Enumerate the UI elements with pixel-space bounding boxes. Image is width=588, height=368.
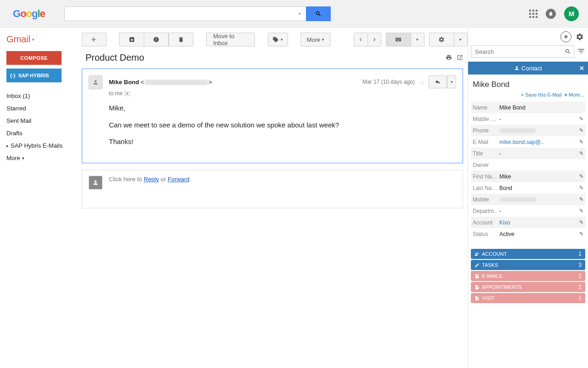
reply-dropdown[interactable]: ▾ xyxy=(447,75,456,88)
filter-icon[interactable] xyxy=(577,47,585,57)
field-value xyxy=(499,127,579,134)
contact-header: Contact ✕ xyxy=(468,62,588,75)
contact-panel: + Contact ✕ Mike Bond + Save this E-Mail… xyxy=(468,28,588,368)
contact-field-row: StatusActive✎ xyxy=(471,228,585,240)
sidebar-item[interactable]: Starred xyxy=(6,102,77,115)
field-label: Phone xyxy=(473,127,499,134)
search-bar: ▾ xyxy=(64,6,331,21)
back-button[interactable] xyxy=(82,33,107,46)
panel-settings-icon[interactable] xyxy=(574,31,585,42)
contact-field-row: Mobile✎ xyxy=(471,194,585,205)
email-message: Mike Bond <> Mar 17 (10 days ago) ☆ ▾ to… xyxy=(82,69,463,163)
notifications-icon[interactable] xyxy=(546,9,556,19)
edit-icon[interactable]: ✎ xyxy=(579,116,583,122)
field-value[interactable]: Kixo xyxy=(499,219,579,226)
reply-box[interactable]: Click here to Reply or Forward xyxy=(82,170,463,208)
edit-icon[interactable]: ✎ xyxy=(579,173,583,179)
sidebar-item[interactable]: ▸ SAP Hybris E-Mails xyxy=(6,139,77,152)
contact-field-row: Phone✎ xyxy=(471,125,585,136)
reply-button[interactable] xyxy=(429,75,447,88)
field-value xyxy=(499,196,579,203)
field-value: Bond xyxy=(499,185,579,191)
related-item[interactable]: TASKS3 xyxy=(471,260,585,270)
sidebar-item[interactable]: Inbox (1) xyxy=(6,90,77,102)
save-email-link[interactable]: + Save this E-Mail xyxy=(521,92,562,98)
keyboard-button[interactable] xyxy=(386,33,411,46)
field-value: Active xyxy=(499,231,579,237)
field-label: Account xyxy=(473,219,499,226)
panel-search-icon[interactable] xyxy=(562,46,574,58)
gmail-dropdown[interactable]: Gmail ▾ xyxy=(6,34,77,45)
field-value: - xyxy=(499,208,579,214)
field-label: Status xyxy=(473,231,499,237)
google-logo[interactable]: Google xyxy=(13,8,45,20)
popout-icon[interactable] xyxy=(457,52,463,63)
compose-button[interactable]: COMPOSE xyxy=(6,51,62,65)
reply-link[interactable]: Reply xyxy=(144,176,159,183)
newer-button[interactable] xyxy=(354,33,368,46)
close-icon[interactable]: ✕ xyxy=(579,65,584,72)
details-dropdown[interactable]: ▾ xyxy=(124,91,130,96)
edit-icon[interactable]: ✎ xyxy=(579,219,583,225)
settings-dropdown[interactable]: ▾ xyxy=(454,33,468,46)
field-label: Last Na… xyxy=(473,185,499,191)
contact-field-row: Title-✎ xyxy=(471,148,585,159)
sidebar-item[interactable]: Drafts xyxy=(6,127,77,139)
star-icon[interactable]: ☆ xyxy=(418,78,425,86)
contact-field-row: AccountKixo✎ xyxy=(471,217,585,228)
related-item[interactable]: E-MAILS2 xyxy=(471,271,585,281)
edit-icon[interactable]: ✎ xyxy=(579,127,583,133)
search-input[interactable] xyxy=(64,6,294,21)
gmail-label: Gmail xyxy=(6,34,30,45)
related-item[interactable]: ACCOUNT1 xyxy=(471,249,585,259)
settings-button[interactable] xyxy=(429,33,454,46)
to-line: to me xyxy=(109,90,123,97)
edit-icon[interactable]: ✎ xyxy=(579,150,583,156)
more-link[interactable]: ▾ More... xyxy=(565,92,584,98)
user-avatar[interactable]: M xyxy=(564,6,579,21)
related-item[interactable]: VISIT1 xyxy=(471,293,585,303)
field-value[interactable]: mike.bond.sap@.. xyxy=(499,139,579,145)
label-button[interactable]: ▾ xyxy=(268,33,288,46)
related-item[interactable]: APPOINTMENTS2 xyxy=(471,282,585,292)
email-body: Mike, Can we meet to see a demo of the n… xyxy=(109,103,456,147)
edit-icon[interactable]: ✎ xyxy=(579,185,583,191)
field-label: E-Mail xyxy=(473,139,499,145)
mail-toolbar: Move to Inbox ▾ More ▾ ▾ ▾ xyxy=(82,28,468,52)
search-options-dropdown[interactable]: ▾ xyxy=(294,6,306,21)
email-date: Mar 17 (10 days ago) xyxy=(362,79,415,85)
email-subject: Product Demo xyxy=(85,52,144,63)
print-icon[interactable] xyxy=(446,52,452,63)
field-value: - xyxy=(499,150,579,157)
reply-placeholder: Click here to Reply or Forward xyxy=(109,176,190,190)
archive-button[interactable] xyxy=(119,33,144,46)
edit-icon[interactable]: ✎ xyxy=(579,196,583,202)
forward-link[interactable]: Forward xyxy=(168,176,190,183)
left-sidebar: Gmail ▾ COMPOSE {·} SAP HYBRIS Inbox (1)… xyxy=(0,28,82,368)
user-reply-avatar xyxy=(89,176,102,190)
keyboard-dropdown[interactable]: ▾ xyxy=(411,33,424,46)
delete-button[interactable] xyxy=(169,33,193,46)
edit-icon[interactable]: ✎ xyxy=(579,208,583,214)
field-value: - xyxy=(499,116,579,122)
contact-field-row: Owner xyxy=(471,159,585,171)
field-label: Owner xyxy=(473,162,499,168)
edit-icon[interactable]: ✎ xyxy=(579,139,583,145)
spam-button[interactable] xyxy=(144,33,169,46)
field-value: Mike Bond xyxy=(499,104,583,111)
add-button[interactable]: + xyxy=(560,31,571,42)
older-button[interactable] xyxy=(368,33,381,46)
apps-icon[interactable] xyxy=(529,10,537,18)
sidebar-item[interactable]: Sent Mail xyxy=(6,115,77,127)
hybris-icon: {·} xyxy=(10,73,16,78)
sap-hybris-button[interactable]: {·} SAP HYBRIS xyxy=(6,69,62,82)
move-to-inbox-button[interactable]: Move to Inbox xyxy=(206,33,255,46)
sidebar-item[interactable]: More ▾ xyxy=(6,152,77,164)
more-button[interactable]: More ▾ xyxy=(300,33,331,46)
field-label: Name xyxy=(473,104,499,111)
contact-field-row: First Na…Mike✎ xyxy=(471,171,585,182)
panel-search-input[interactable] xyxy=(471,46,562,58)
edit-icon[interactable]: ✎ xyxy=(579,231,583,237)
search-button[interactable] xyxy=(306,6,331,21)
field-value: Mike xyxy=(499,173,579,180)
